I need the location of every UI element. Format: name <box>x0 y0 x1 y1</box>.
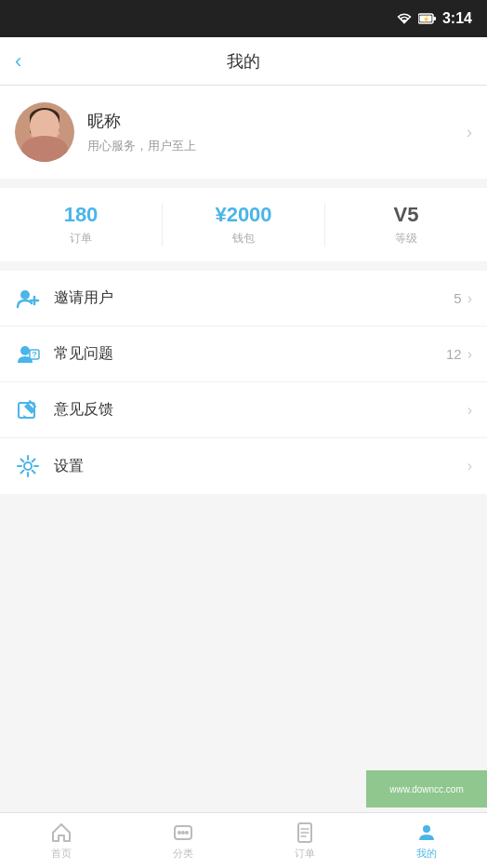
stat-orders[interactable]: 180 订单 <box>0 203 162 247</box>
wifi-icon <box>396 12 413 25</box>
chat-icon <box>172 821 194 844</box>
svg-point-16 <box>52 134 59 139</box>
level-label: 等级 <box>395 231 417 247</box>
svg-point-11 <box>48 127 54 134</box>
svg-point-27 <box>181 831 185 835</box>
status-bar: ⚡ 3:14 <box>0 0 487 37</box>
svg-point-15 <box>30 134 37 139</box>
status-icons: ⚡ 3:14 <box>396 10 472 27</box>
svg-point-17 <box>20 290 30 300</box>
faq-icon: ? <box>15 341 41 367</box>
watermark: www.downcc.com <box>366 770 487 808</box>
settings-chevron: › <box>467 458 472 474</box>
invite-text: 邀请用户 <box>54 288 113 308</box>
profile-section[interactable]: 昵称 用心服务，用户至上 › <box>0 86 487 179</box>
page-title: 我的 <box>227 50 260 73</box>
page-header: ‹ 我的 <box>0 37 487 86</box>
stat-level[interactable]: V5 等级 <box>324 203 487 247</box>
orders-label: 订单 <box>70 231 92 247</box>
back-button[interactable]: ‹ <box>15 49 21 73</box>
svg-point-14 <box>43 135 46 138</box>
menu-item-faq[interactable]: ? 常见问题 12 › <box>0 327 487 382</box>
svg-point-12 <box>37 128 41 132</box>
nav-category-label: 分类 <box>173 847 193 861</box>
menu-list: 邀请用户 5 › ? 常见问题 12 › <box>0 271 487 494</box>
avatar <box>15 102 74 162</box>
feedback-chevron: › <box>467 402 472 419</box>
faq-chevron: › <box>467 346 472 363</box>
person-icon <box>415 821 438 844</box>
svg-rect-8 <box>30 115 35 134</box>
bottom-nav: 首页 分类 订单 我的 <box>0 812 487 868</box>
stat-wallet[interactable]: ¥2000 钱包 <box>162 203 324 247</box>
stats-row: 180 订单 ¥2000 钱包 V5 等级 <box>0 188 487 261</box>
profile-name: 昵称 <box>87 110 196 132</box>
wallet-label: 钱包 <box>232 231 255 247</box>
battery-icon: ⚡ <box>418 12 437 25</box>
document-icon <box>294 821 316 844</box>
svg-rect-9 <box>54 115 59 132</box>
profile-chevron: › <box>467 123 472 142</box>
svg-point-26 <box>178 831 181 835</box>
invite-icon <box>15 286 41 312</box>
orders-value: 180 <box>64 203 99 227</box>
profile-description: 用心服务，用户至上 <box>87 138 196 154</box>
menu-item-invite[interactable]: 邀请用户 5 › <box>0 271 487 327</box>
time-display: 3:14 <box>442 10 472 27</box>
faq-badge: 12 <box>446 346 462 362</box>
settings-icon <box>15 453 41 479</box>
svg-point-28 <box>185 831 189 835</box>
nav-home-label: 首页 <box>51 847 72 861</box>
feedback-text: 意见反馈 <box>54 400 113 420</box>
svg-rect-5 <box>35 144 54 162</box>
nav-home[interactable]: 首页 <box>0 813 122 868</box>
faq-text: 常见问题 <box>54 344 113 364</box>
svg-rect-4 <box>15 102 74 162</box>
invite-badge: 5 <box>454 290 461 306</box>
feedback-icon <box>15 397 41 423</box>
svg-point-13 <box>50 128 54 132</box>
level-value: V5 <box>394 203 419 227</box>
settings-text: 设置 <box>54 457 84 476</box>
menu-item-feedback[interactable]: 意见反馈 › <box>0 382 487 438</box>
empty-area <box>0 494 487 717</box>
svg-point-10 <box>35 127 41 134</box>
svg-text:?: ? <box>32 350 37 359</box>
svg-point-20 <box>20 346 30 355</box>
svg-point-7 <box>30 108 59 127</box>
svg-point-33 <box>423 825 430 833</box>
svg-point-24 <box>24 462 32 470</box>
profile-left: 昵称 用心服务，用户至上 <box>15 102 196 162</box>
invite-chevron: › <box>467 290 472 307</box>
nav-category[interactable]: 分类 <box>122 813 244 868</box>
svg-text:⚡: ⚡ <box>421 15 429 23</box>
nav-orders[interactable]: 订单 <box>244 813 365 868</box>
home-icon <box>50 821 72 844</box>
svg-point-6 <box>30 114 59 147</box>
wallet-value: ¥2000 <box>215 203 271 227</box>
nav-mine-label: 我的 <box>416 847 437 861</box>
profile-info: 昵称 用心服务，用户至上 <box>87 110 196 154</box>
svg-rect-1 <box>433 17 436 20</box>
avatar-image <box>15 102 74 162</box>
nav-orders-label: 订单 <box>295 847 315 861</box>
nav-mine[interactable]: 我的 <box>365 813 487 868</box>
menu-item-settings[interactable]: 设置 › <box>0 438 487 494</box>
